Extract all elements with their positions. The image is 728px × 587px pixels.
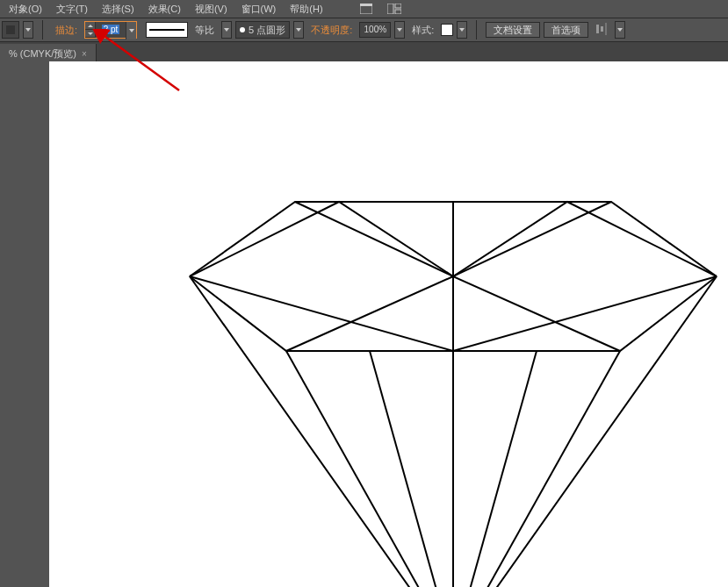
document-tabbar: % (CMYK/预览) × <box>0 42 728 61</box>
canvas-gutter <box>0 61 49 587</box>
align-dropdown[interactable] <box>615 21 625 39</box>
svg-rect-1 <box>360 4 372 6</box>
separator <box>42 20 43 39</box>
menu-select[interactable]: 选择(S) <box>95 1 141 18</box>
canvas[interactable] <box>49 61 728 587</box>
brush-definition[interactable]: 5 点圆形 <box>235 21 290 39</box>
brush-label: 5 点圆形 <box>249 24 285 37</box>
svg-marker-12 <box>296 28 301 32</box>
diamond-artwork[interactable] <box>181 193 725 587</box>
stroke-spinner[interactable] <box>85 22 96 38</box>
opacity-dropdown[interactable] <box>394 21 405 39</box>
menubar: 对象(O) 文字(T) 选择(S) 效果(C) 视图(V) 窗口(W) 帮助(H… <box>0 0 728 18</box>
brush-dropdown[interactable] <box>293 21 304 39</box>
svg-rect-2 <box>387 4 393 14</box>
document-tab[interactable]: % (CMYK/预览) × <box>0 44 97 61</box>
menu-effect[interactable]: 效果(C) <box>141 1 188 18</box>
control-bar: 描边: 2 pt 等比 5 点圆形 不透明度: 100% 样式: 文档设置 首选… <box>0 18 728 42</box>
svg-rect-10 <box>149 29 184 31</box>
svg-line-20 <box>286 351 453 587</box>
svg-line-23 <box>453 351 537 587</box>
svg-rect-4 <box>395 10 401 14</box>
menu-object[interactable]: 对象(O) <box>2 1 49 18</box>
menu-type[interactable]: 文字(T) <box>49 1 95 18</box>
opacity-input[interactable]: 100% <box>359 22 391 38</box>
brush-dot-icon <box>240 27 245 32</box>
svg-line-21 <box>453 351 620 587</box>
svg-marker-9 <box>129 29 134 32</box>
fill-dropdown[interactable] <box>23 21 33 39</box>
svg-marker-18 <box>617 28 623 32</box>
stroke-dropdown[interactable] <box>126 22 136 39</box>
stroke-value[interactable]: 2 pt <box>96 22 126 38</box>
svg-marker-6 <box>25 28 31 32</box>
menu-window[interactable]: 窗口(W) <box>234 1 284 18</box>
fill-swatch-icon[interactable] <box>2 21 19 39</box>
svg-marker-7 <box>88 25 93 27</box>
profile-dropdown[interactable] <box>221 21 232 39</box>
align-icon[interactable] <box>595 23 611 37</box>
svg-line-22 <box>370 351 453 587</box>
style-swatch[interactable] <box>441 24 453 36</box>
doc-setup-button[interactable]: 文档设置 <box>486 22 540 38</box>
menu-help[interactable]: 帮助(H) <box>283 1 329 18</box>
layout-icon[interactable] <box>357 1 376 17</box>
stroke-label: 描边: <box>52 24 81 37</box>
spinner-up[interactable] <box>85 22 95 30</box>
svg-rect-3 <box>395 4 401 8</box>
tab-title: % (CMYK/预览) <box>9 47 76 61</box>
svg-marker-13 <box>397 28 402 32</box>
profile-label: 等比 <box>191 24 218 37</box>
svg-marker-8 <box>88 32 93 35</box>
svg-marker-11 <box>224 28 229 32</box>
svg-rect-15 <box>596 25 599 33</box>
svg-marker-14 <box>459 28 465 32</box>
menu-view[interactable]: 视图(V) <box>188 1 234 18</box>
close-icon[interactable]: × <box>82 49 87 59</box>
spinner-down[interactable] <box>85 30 95 38</box>
preferences-button[interactable]: 首选项 <box>544 22 588 38</box>
style-label: 样式: <box>408 24 437 37</box>
opacity-label: 不透明度: <box>307 24 356 37</box>
svg-rect-5 <box>6 25 15 34</box>
style-dropdown[interactable] <box>457 21 467 39</box>
stroke-profile[interactable] <box>146 22 188 38</box>
svg-rect-16 <box>601 26 603 32</box>
arrange-icon[interactable] <box>385 1 404 17</box>
stroke-weight-input[interactable]: 2 pt <box>84 21 137 39</box>
separator <box>476 20 477 39</box>
